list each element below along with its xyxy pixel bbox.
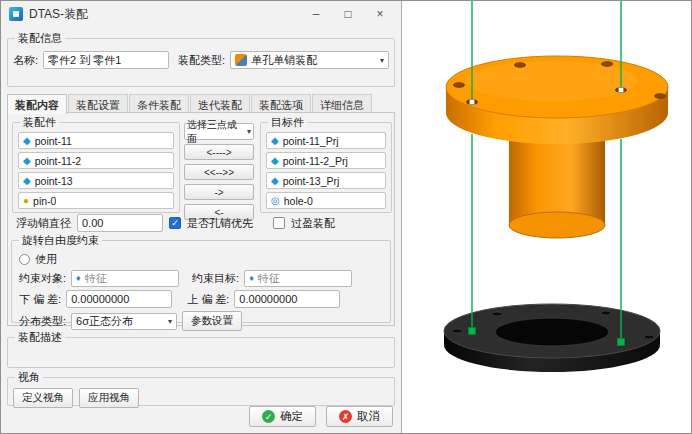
tab-conditional-assembly[interactable]: 条件装配	[129, 94, 189, 114]
distribution-type-select[interactable]: 6σ正态分布 ▾	[71, 313, 177, 330]
list-item[interactable]: ◆ point-11_Prj	[266, 132, 386, 149]
point-icon: ◆	[271, 176, 279, 186]
ring-hole	[601, 311, 611, 315]
list-item[interactable]: ◆ point-11-2	[18, 152, 174, 169]
constraint-object-label: 约束对象:	[19, 271, 66, 286]
list-item[interactable]: ◆ point-13_Prj	[266, 172, 386, 189]
apply-view-button[interactable]: 应用视角	[79, 388, 139, 408]
3d-viewport[interactable]	[402, 1, 692, 434]
map-all-button[interactable]: <---->	[184, 144, 254, 160]
tab-assembly-options[interactable]: 装配选项	[251, 94, 311, 114]
bolt-hole	[454, 83, 465, 88]
define-view-button[interactable]: 定义视角	[13, 388, 73, 408]
orange-flange-part	[446, 56, 668, 238]
assembly-info-legend: 装配信息	[15, 31, 65, 46]
white-square-marker	[470, 100, 475, 105]
ok-check-icon: ✓	[262, 410, 275, 423]
item-label: pin-0	[33, 195, 56, 207]
point-icon: ◆	[23, 156, 31, 166]
white-square-marker	[619, 88, 624, 93]
parameter-settings-button[interactable]: 参数设置	[182, 311, 242, 331]
3d-scene	[402, 1, 692, 434]
point-icon: ◆	[23, 136, 31, 146]
hole-pin-priority-checkbox[interactable]: ✓	[169, 217, 181, 229]
tab-details[interactable]: 详细信息	[312, 94, 372, 114]
chevron-down-icon: ▾	[168, 317, 172, 326]
item-label: point-13_Prj	[283, 175, 340, 187]
cancel-button[interactable]: ✗ 取消	[326, 406, 393, 427]
upper-deviation-label: 上 偏 差:	[187, 292, 229, 307]
view-angle-legend: 视角	[15, 370, 43, 385]
transfer-controls: 选择三点成面 ▾ <----> <<-->> -> <-	[184, 123, 254, 220]
window-title: DTAS-装配	[29, 6, 297, 23]
pin-icon: ●	[23, 196, 29, 206]
assembly-parts-legend: 装配件	[20, 115, 59, 130]
close-button[interactable]: ×	[367, 7, 393, 21]
map-all-pairs-button[interactable]: <<-->>	[184, 164, 254, 180]
upper-deviation-input[interactable]	[234, 290, 340, 308]
item-label: point-11-2_Prj	[283, 155, 348, 167]
titlebar[interactable]: DTAS-装配 – □ ×	[1, 1, 401, 27]
black-ring-part	[444, 304, 660, 372]
cancel-cross-icon: ✗	[339, 410, 352, 423]
assembly-name-input[interactable]	[43, 51, 169, 69]
use-radio[interactable]	[19, 254, 30, 265]
list-item[interactable]: ◎ hole-0	[266, 192, 386, 209]
tab-iterative-assembly[interactable]: 迭代装配	[190, 94, 250, 114]
app-icon	[9, 7, 23, 21]
three-point-plane-select[interactable]: 选择三点成面 ▾	[184, 123, 254, 140]
green-square-marker	[469, 328, 476, 335]
ring-hole	[492, 312, 502, 316]
ok-button[interactable]: ✓ 确定	[249, 406, 316, 427]
feature-icon: ♦	[249, 274, 254, 283]
list-item[interactable]: ● pin-0	[18, 192, 174, 209]
point-icon: ◆	[271, 136, 279, 146]
lower-deviation-input[interactable]	[66, 290, 172, 308]
name-label: 名称:	[13, 53, 38, 68]
tab-bar: 装配内容 装配设置 条件装配 迭代装配 装配选项 详细信息	[7, 93, 373, 113]
pin-diameter-input[interactable]	[77, 214, 163, 232]
constraint-object-value: 特征	[85, 271, 107, 286]
three-point-plane-label: 选择三点成面	[187, 118, 243, 146]
item-label: point-11_Prj	[283, 135, 339, 147]
tab-assembly-content[interactable]: 装配内容	[7, 94, 67, 114]
constraint-object-field[interactable]: ♦ 特征	[71, 270, 179, 287]
item-label: point-13	[35, 175, 73, 187]
assembly-content-panel: 装配件 ◆ point-11 ◆ point-11-2 ◆ point-13 ●…	[7, 112, 395, 326]
cancel-label: 取消	[357, 409, 380, 424]
list-item[interactable]: ◆ point-13	[18, 172, 174, 189]
tab-assembly-settings[interactable]: 装配设置	[68, 94, 128, 114]
assembly-info-group: 装配信息 名称: 装配类型: 单孔单销装配 ▾	[7, 31, 395, 87]
hole-icon: ◎	[271, 196, 280, 206]
distribution-type-value: 6σ正态分布	[76, 314, 133, 329]
list-item[interactable]: ◆ point-11-2_Prj	[266, 152, 386, 169]
interference-label: 过盈装配	[291, 216, 335, 231]
assembly-description-legend: 装配描述	[15, 330, 65, 345]
ring-hole	[452, 329, 462, 333]
rotation-constraint-legend: 旋转自由度约束	[19, 233, 102, 248]
pin-diameter-row: 浮动销直径 ✓ 是否孔销优先 过盈装配	[16, 214, 335, 232]
list-item[interactable]: ◆ point-11	[18, 132, 174, 149]
feature-icon: ♦	[76, 274, 81, 283]
interference-checkbox[interactable]	[273, 217, 285, 229]
assembly-description-group[interactable]: 装配描述	[7, 330, 395, 368]
ring-hole	[644, 335, 654, 339]
constraint-target-label: 约束目标:	[192, 271, 239, 286]
move-right-button[interactable]: ->	[184, 184, 254, 200]
target-parts-group: 目标件 ◆ point-11_Prj ◆ point-11-2_Prj ◆ po…	[260, 115, 392, 213]
constraint-target-field[interactable]: ♦ 特征	[244, 270, 352, 287]
maximize-button[interactable]: □	[335, 7, 361, 21]
use-label: 使用	[35, 252, 57, 267]
dialog-footer: ✓ 确定 ✗ 取消	[249, 406, 393, 427]
bolt-hole	[655, 94, 666, 99]
bolt-hole	[515, 63, 526, 68]
app-window: DTAS-装配 – □ × 装配信息 名称: 装配类型: 单孔单销装配 ▾ 装配…	[0, 0, 692, 434]
distribution-type-label: 分布类型:	[19, 314, 66, 329]
lower-deviation-label: 下 偏 差:	[19, 292, 61, 307]
chevron-down-icon: ▾	[247, 127, 251, 136]
assembly-type-select[interactable]: 单孔单销装配 ▾	[230, 51, 389, 69]
green-square-marker	[618, 339, 625, 346]
minimize-button[interactable]: –	[303, 7, 329, 21]
ok-label: 确定	[280, 409, 303, 424]
view-angle-group: 视角 定义视角 应用视角	[7, 370, 395, 406]
